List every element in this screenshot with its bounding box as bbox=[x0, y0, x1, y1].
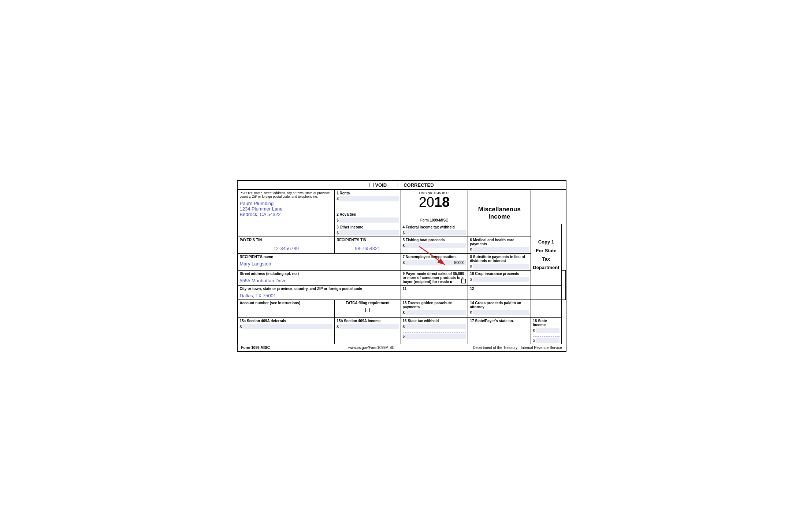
corrected-checkbox[interactable] bbox=[398, 183, 402, 187]
f4-value[interactable] bbox=[405, 230, 466, 235]
f8-label: 8 Substitute payments in lieu of dividen… bbox=[470, 255, 525, 263]
f17-label: 17 State/Payer's state no. bbox=[470, 319, 529, 323]
street-address-cell: Street address (including apt. no.) 5555… bbox=[238, 271, 401, 286]
gross-proceeds-cell: 14 Gross proceeds paid to an attorney $ bbox=[468, 300, 531, 318]
f10-label: 10 Crop insurance proceeds bbox=[470, 272, 519, 276]
state-payer-cell: 17 State/Payer's state no. bbox=[468, 318, 531, 344]
sec15b-cell: 15b Section 409A income $ bbox=[335, 318, 401, 344]
f10-dollar: $ bbox=[470, 278, 472, 282]
account-label: Account number (see instructions) bbox=[240, 301, 333, 305]
copy1-title: Copy 1 bbox=[538, 239, 554, 245]
copy1-right-blank bbox=[531, 300, 561, 318]
f16-dollar-row: $ bbox=[403, 324, 466, 329]
f8-dollar-row: $ bbox=[470, 264, 529, 269]
f8-value[interactable] bbox=[473, 264, 529, 269]
f14-dollar: $ bbox=[470, 311, 472, 315]
f9-label: 9 Payer made direct sales of $5,000 or m… bbox=[403, 272, 464, 284]
street-label: Street address (including apt. no.) bbox=[240, 272, 399, 276]
recipient-tin-cell: RECIPIENT'S TIN 98-7654321 bbox=[335, 237, 401, 254]
form-header: VOID CORRECTED bbox=[238, 181, 566, 190]
f18-value[interactable] bbox=[536, 328, 560, 333]
copy1-subtitle: For State TaxDepartment bbox=[533, 248, 559, 271]
footer-website: www.irs.gov/Form1099MISC bbox=[348, 346, 395, 350]
f15b-dollar: $ bbox=[337, 325, 339, 329]
f15b-label: 15b Section 409A income bbox=[337, 319, 398, 323]
payer-tin-value: 12-3456789 bbox=[240, 246, 333, 251]
f15a-value[interactable] bbox=[242, 324, 332, 329]
f2-dollar-row: $ bbox=[337, 217, 398, 223]
city-cell: City or town, state or province, country… bbox=[238, 286, 401, 300]
f13-value[interactable] bbox=[405, 310, 466, 315]
f15a-label: 15a Section 409A deferrals bbox=[240, 319, 333, 323]
form-footer: Form 1099-MISC www.irs.gov/Form1099MISC … bbox=[238, 344, 566, 351]
f18-value2[interactable] bbox=[536, 338, 560, 343]
f10-value[interactable] bbox=[473, 277, 529, 282]
f16-value[interactable] bbox=[405, 324, 466, 329]
f5-dollar: $ bbox=[403, 244, 405, 248]
year-bold: 18 bbox=[434, 194, 450, 210]
federal-tax-cell: 4 Federal income tax withheld $ bbox=[401, 224, 468, 237]
f6-value[interactable] bbox=[473, 247, 529, 252]
rents-cell: 1 Rents $ bbox=[335, 190, 401, 211]
sec15a-cell: 15a Section 409A deferrals $ bbox=[238, 318, 335, 344]
corrected-group: CORRECTED bbox=[398, 182, 434, 188]
payer-tin-label: PAYER'S TIN bbox=[240, 238, 333, 242]
f1-label: 1 Rents bbox=[337, 191, 350, 195]
form-1099-misc: VOID CORRECTED PAYER'S name, street addr… bbox=[237, 180, 566, 352]
f16-label: 16 State tax withheld bbox=[403, 319, 466, 323]
f2-label: 2 Royalties bbox=[337, 212, 356, 216]
f13-dollar: $ bbox=[403, 311, 405, 315]
street-value: 5555 Manhattan Drive bbox=[240, 278, 399, 283]
f3-dollar-row: $ bbox=[337, 230, 398, 235]
f13-label: 13 Excess golden parachute payments bbox=[403, 301, 452, 309]
payer-sales-cell: 9 Payer made direct sales of $5,000 or m… bbox=[401, 271, 468, 286]
recipient-name-value: Mary Langston bbox=[240, 261, 399, 267]
f6-dollar: $ bbox=[470, 248, 472, 252]
f15a-dollar: $ bbox=[240, 325, 242, 329]
substitute-cell: 8 Substitute payments in lieu of dividen… bbox=[468, 254, 531, 271]
recipient-tin-value: 98-7654321 bbox=[337, 246, 398, 251]
year-display: 2018 bbox=[403, 195, 466, 210]
royalties-cell: 2 Royalties $ bbox=[335, 211, 401, 224]
copy1-cell: Copy 1 For State TaxDepartment bbox=[531, 224, 561, 286]
f15b-value[interactable] bbox=[339, 324, 399, 329]
f2-dollar: $ bbox=[337, 218, 339, 222]
f8-dollar: $ bbox=[470, 265, 472, 269]
void-checkbox[interactable] bbox=[369, 183, 373, 187]
f1-dollar-row: $ bbox=[337, 196, 398, 201]
fatca-cell: FATCA filing requirement bbox=[335, 300, 401, 318]
footer-form-label: Form 1099-MISC bbox=[241, 346, 270, 350]
f3-dollar: $ bbox=[337, 231, 339, 235]
state-income-cell: 18 State income $ $ bbox=[531, 318, 561, 344]
omb-cell: OMB No. 1545-0115 2018 bbox=[401, 190, 468, 211]
f3-label: 3 Other income bbox=[337, 225, 363, 229]
recipient-name-cell: RECIPIENT'S name Mary Langston bbox=[238, 254, 401, 271]
f17-value2 bbox=[470, 332, 529, 338]
f4-dollar: $ bbox=[403, 231, 405, 235]
f2-value[interactable] bbox=[339, 217, 399, 223]
form-label-text: Form 1099-MISC bbox=[420, 218, 449, 222]
footer-dept: Department of the Treasury - Internal Re… bbox=[473, 346, 562, 350]
fatca-checkbox[interactable] bbox=[365, 308, 370, 312]
misc-income-title: MiscellaneousIncome bbox=[478, 206, 521, 220]
void-label: VOID bbox=[375, 182, 387, 188]
nonemployee-cell: 7 Nonemployee compensation $ 50000 bbox=[401, 254, 468, 271]
excess-golden-cell: 13 Excess golden parachute payments $ bbox=[401, 300, 468, 318]
f1-value[interactable] bbox=[339, 196, 399, 201]
account-value[interactable] bbox=[240, 312, 333, 316]
f14-value[interactable] bbox=[473, 310, 529, 315]
fatca-label: FATCA filing requirement bbox=[337, 301, 398, 305]
other-income-cell: 3 Other income $ bbox=[335, 224, 401, 237]
f18-dollar-row: $ bbox=[533, 328, 559, 333]
payer-label: PAYER'S name, street address, city or to… bbox=[240, 191, 333, 198]
form-name-cell: Form 1099-MISC bbox=[401, 211, 468, 224]
f7-dollar: $ bbox=[403, 261, 405, 265]
f16-dollar: $ bbox=[403, 325, 405, 329]
f16-dollar2: $ bbox=[403, 334, 405, 338]
f16-value2[interactable] bbox=[405, 334, 466, 339]
city-value: Dallas, TX 75001 bbox=[240, 293, 399, 298]
f4-dollar-row: $ bbox=[403, 230, 466, 235]
f3-value[interactable] bbox=[339, 230, 399, 235]
f4-label: 4 Federal income tax withheld bbox=[403, 225, 455, 229]
f18-dollar2: $ bbox=[533, 338, 535, 342]
